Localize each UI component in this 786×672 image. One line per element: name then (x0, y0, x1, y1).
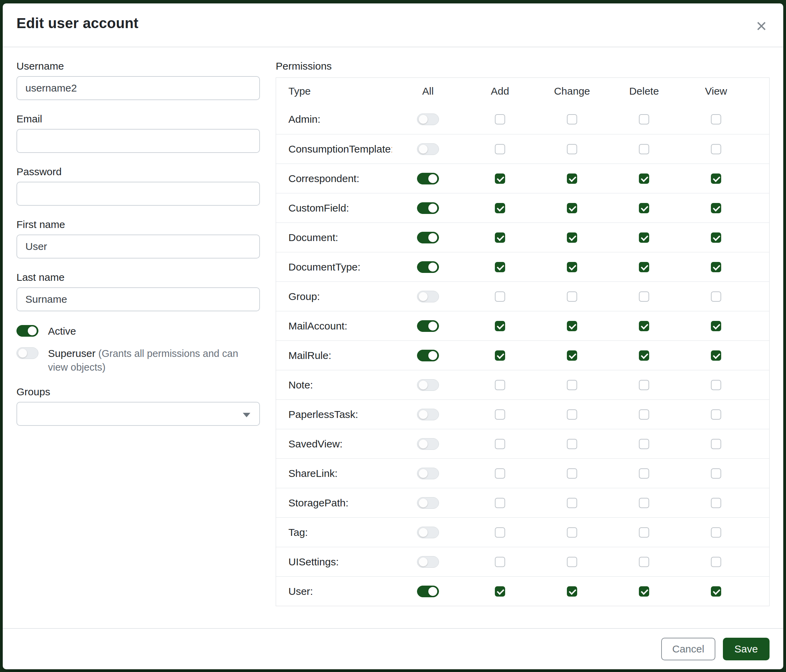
permission-change-checkbox[interactable] (567, 232, 577, 243)
permission-add-checkbox[interactable] (495, 144, 505, 154)
permission-delete-checkbox[interactable] (639, 114, 649, 124)
permission-delete-checkbox[interactable] (639, 291, 649, 302)
permission-view-checkbox[interactable] (711, 232, 721, 243)
permission-change-checkbox[interactable] (567, 262, 577, 272)
permission-change-checkbox[interactable] (567, 409, 577, 420)
permission-change-checkbox[interactable] (567, 291, 577, 302)
permission-all-toggle[interactable] (417, 586, 439, 597)
permission-change-checkbox[interactable] (567, 586, 577, 597)
permission-all-toggle[interactable] (417, 261, 439, 273)
permission-all-toggle[interactable] (417, 232, 439, 243)
password-field[interactable] (16, 182, 260, 206)
permission-add-checkbox[interactable] (495, 321, 505, 331)
permission-change-checkbox[interactable] (567, 350, 577, 361)
permission-delete-checkbox[interactable] (639, 527, 649, 538)
permission-add-checkbox[interactable] (495, 380, 505, 390)
email-field[interactable] (16, 129, 260, 153)
permission-add-checkbox[interactable] (495, 498, 505, 508)
permission-all-toggle[interactable] (417, 468, 439, 479)
permission-add-checkbox[interactable] (495, 173, 505, 184)
permission-change-checkbox[interactable] (567, 203, 577, 213)
permission-add-checkbox[interactable] (495, 586, 505, 597)
permission-delete-checkbox[interactable] (639, 232, 649, 243)
permission-delete-checkbox[interactable] (639, 439, 649, 449)
permission-delete-checkbox[interactable] (639, 203, 649, 213)
permission-add-checkbox[interactable] (495, 291, 505, 302)
permission-row: Group: (276, 281, 769, 311)
permission-all-toggle[interactable] (417, 291, 439, 302)
permission-all-toggle[interactable] (417, 556, 439, 568)
close-icon[interactable]: × (753, 15, 770, 36)
permission-delete-checkbox[interactable] (639, 173, 649, 184)
permission-all-toggle[interactable] (417, 173, 439, 184)
permission-view-checkbox[interactable] (711, 380, 721, 390)
permission-view-checkbox[interactable] (711, 350, 721, 361)
permission-change-checkbox[interactable] (567, 439, 577, 449)
permission-add-checkbox[interactable] (495, 439, 505, 449)
permission-view-checkbox[interactable] (711, 144, 721, 154)
permission-delete-checkbox[interactable] (639, 557, 649, 567)
permission-change-checkbox[interactable] (567, 321, 577, 331)
permission-add-checkbox[interactable] (495, 409, 505, 420)
permission-delete-checkbox[interactable] (639, 262, 649, 272)
username-input[interactable] (16, 76, 260, 100)
groups-select[interactable] (16, 402, 260, 426)
permission-view-checkbox[interactable] (711, 321, 721, 331)
permission-all-toggle[interactable] (417, 527, 439, 538)
permission-add-checkbox[interactable] (495, 350, 505, 361)
permission-view-checkbox[interactable] (711, 527, 721, 538)
permission-delete-checkbox[interactable] (639, 586, 649, 597)
superuser-toggle[interactable] (16, 347, 38, 359)
permission-view-checkbox[interactable] (711, 291, 721, 302)
cancel-button[interactable]: Cancel (661, 638, 715, 660)
permission-view-checkbox[interactable] (711, 262, 721, 272)
permission-view-checkbox[interactable] (711, 468, 721, 479)
permission-add-checkbox[interactable] (495, 527, 505, 538)
permission-change-checkbox[interactable] (567, 468, 577, 479)
permission-change-checkbox[interactable] (567, 527, 577, 538)
permission-add-checkbox[interactable] (495, 468, 505, 479)
permission-add-checkbox[interactable] (495, 557, 505, 567)
permission-view-checkbox[interactable] (711, 203, 721, 213)
permission-delete-checkbox[interactable] (639, 468, 649, 479)
active-toggle[interactable] (16, 325, 38, 337)
permission-all-toggle[interactable] (417, 320, 439, 332)
permission-view-checkbox[interactable] (711, 114, 721, 124)
permission-all-toggle[interactable] (417, 350, 439, 361)
permission-view-checkbox[interactable] (711, 586, 721, 597)
permission-delete-checkbox[interactable] (639, 409, 649, 420)
permission-change-checkbox[interactable] (567, 498, 577, 508)
permission-delete-checkbox[interactable] (639, 380, 649, 390)
permission-change-checkbox[interactable] (567, 557, 577, 567)
permission-add-checkbox[interactable] (495, 232, 505, 243)
permission-all-toggle[interactable] (417, 438, 439, 450)
permission-delete-checkbox[interactable] (639, 350, 649, 361)
permission-all-toggle[interactable] (417, 202, 439, 214)
permission-change-checkbox[interactable] (567, 114, 577, 124)
permission-all-toggle[interactable] (417, 409, 439, 420)
save-button[interactable]: Save (723, 638, 770, 660)
permission-add-checkbox[interactable] (495, 262, 505, 272)
permission-all-toggle[interactable] (417, 379, 439, 391)
first-name-field[interactable] (16, 234, 260, 259)
permission-change-checkbox[interactable] (567, 173, 577, 184)
permission-all-cell (392, 497, 464, 509)
permission-view-checkbox[interactable] (711, 409, 721, 420)
last-name-field[interactable] (16, 287, 260, 311)
permission-add-checkbox[interactable] (495, 203, 505, 213)
permission-view-checkbox[interactable] (711, 173, 721, 184)
permission-add-cell (464, 114, 536, 124)
permission-change-checkbox[interactable] (567, 380, 577, 390)
permission-delete-checkbox[interactable] (639, 321, 649, 331)
permission-view-checkbox[interactable] (711, 439, 721, 449)
permission-all-toggle[interactable] (417, 113, 439, 125)
permission-delete-checkbox[interactable] (639, 144, 649, 154)
permission-all-toggle[interactable] (417, 497, 439, 509)
permission-view-checkbox[interactable] (711, 498, 721, 508)
permission-view-checkbox[interactable] (711, 557, 721, 567)
permission-change-checkbox[interactable] (567, 144, 577, 154)
permission-add-checkbox[interactable] (495, 114, 505, 124)
permissions-label: Permissions (276, 60, 770, 72)
permission-all-toggle[interactable] (417, 143, 439, 155)
permission-delete-checkbox[interactable] (639, 498, 649, 508)
